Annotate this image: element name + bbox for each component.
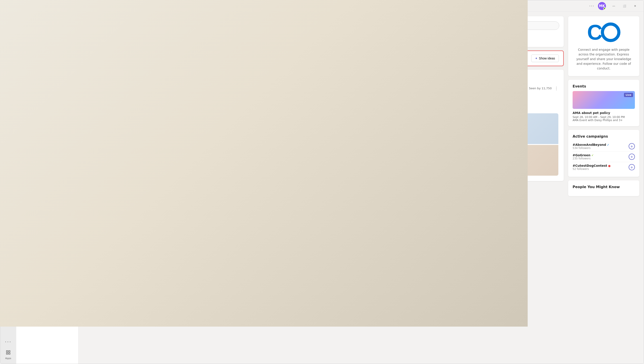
right-panel: C Connect and engage with people across … — [568, 16, 639, 359]
campaign-cutest-dog-name: #CutestDogContest ● — [572, 164, 626, 167]
post-seen-count: Seen by 11,750 — [529, 87, 552, 90]
event-sub: AMA Event with Daisy Phillips and 3+ — [572, 119, 635, 122]
sparkle-icon: ✦ — [535, 57, 538, 60]
events-card: Events Live AMA about pet policy Sept 28… — [568, 80, 639, 126]
go-green-follow-button[interactable]: + — [629, 154, 635, 160]
event-banner-image: Live — [572, 91, 635, 109]
close-button[interactable]: ✕ — [630, 3, 640, 10]
campaign-above-beyond-info: #AboveAndBeyond ✓ 534 followers — [572, 143, 626, 150]
campaign-item-go-green: #GoGreen ✓ 235 followers + — [572, 152, 635, 162]
above-beyond-followers: 534 followers — [572, 147, 626, 150]
cutest-dog-follow-button[interactable]: + — [629, 164, 635, 170]
more-icon: ··· — [5, 339, 12, 345]
post-image-1 — [88, 113, 323, 176]
show-ideas-label: Show ideas — [539, 57, 555, 60]
campaign-go-green-name: #GoGreen ✓ — [572, 153, 626, 157]
show-ideas-button[interactable]: ✦ Show ideas — [531, 55, 559, 62]
co-letter-o — [601, 23, 620, 42]
apps-label: Apps — [5, 357, 11, 360]
campaign-go-green-info: #GoGreen ✓ 235 followers — [572, 153, 626, 160]
co-letter-c: C — [587, 22, 602, 43]
co-description: Connect and engage with people across th… — [574, 48, 634, 71]
go-green-verified: ✓ — [591, 154, 594, 157]
more-options-button[interactable]: ··· — [589, 4, 594, 8]
events-title: Events — [572, 84, 635, 88]
post-more-button[interactable]: ⋮ — [554, 86, 558, 91]
minimize-button[interactable]: — — [609, 3, 619, 10]
above-beyond-follow-button[interactable]: + — [629, 143, 635, 149]
window-controls: — ⬜ ✕ — [609, 3, 640, 10]
campaign-cutest-dog-info: #CutestDogContest ● 52 followers — [572, 164, 626, 171]
co-logo-container: C — [587, 22, 620, 43]
above-beyond-verified: ✓ — [607, 143, 610, 147]
live-badge: Live — [624, 93, 633, 97]
event-time: Sept 28, 10:00 AM – Sept 29, 10:00 PM — [572, 116, 635, 119]
people-you-might-know-card: People You Might Know — [568, 180, 639, 196]
people-title: People You Might Know — [572, 185, 635, 189]
svg-rect-12 — [9, 351, 10, 352]
cutest-dog-followers: 52 followers — [572, 167, 626, 171]
campaigns-title: Active campaigns — [572, 134, 635, 139]
svg-rect-14 — [6, 353, 8, 354]
event-title[interactable]: AMA about pet policy — [572, 111, 635, 115]
apps-icon — [6, 350, 11, 356]
nav-item-apps[interactable]: Apps — [1, 348, 15, 362]
svg-rect-13 — [9, 353, 10, 354]
main-content: MK Share thoughts, ideas or updates 💬 Di… — [78, 12, 644, 364]
campaign-item-above-beyond: #AboveAndBeyond ✓ 534 followers + — [572, 141, 635, 152]
svg-rect-11 — [6, 351, 8, 352]
post-card: 📢 Announcement posted in All Company — [83, 70, 564, 181]
cutest-dog-dot: ● — [608, 164, 611, 167]
campaign-item-cutest-dog: #CutestDogContest ● 52 followers + — [572, 162, 635, 172]
campaign-above-beyond-name: #AboveAndBeyond ✓ — [572, 143, 626, 147]
nav-item-more[interactable]: ··· — [1, 337, 15, 348]
feed-area: MK Share thoughts, ideas or updates 💬 Di… — [83, 16, 564, 359]
titlebar-right: ··· MK — [589, 2, 606, 10]
user-avatar[interactable]: MK — [598, 2, 606, 10]
go-green-followers: 235 followers — [572, 157, 626, 160]
campaigns-card: Active campaigns #AboveAndBeyond ✓ 534 f… — [568, 130, 639, 177]
user-status-indicator — [603, 7, 606, 10]
co-branding-card: C Connect and engage with people across … — [568, 16, 639, 76]
post-images — [88, 113, 558, 176]
maximize-button[interactable]: ⬜ — [619, 3, 630, 10]
